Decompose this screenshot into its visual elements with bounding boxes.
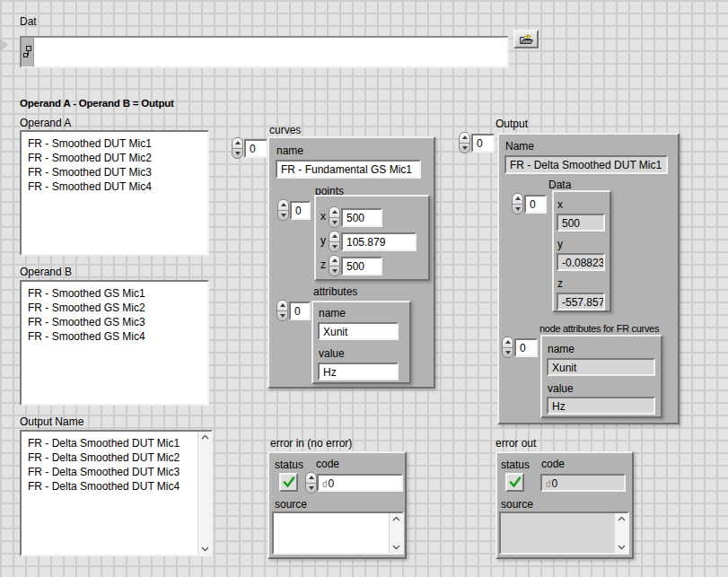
list-item[interactable]: FR - Delta Smoothed DUT Mic3: [28, 465, 209, 479]
data-index-spinner[interactable]: [512, 193, 523, 214]
error-in-code-spinner[interactable]: [305, 472, 317, 494]
output-name-label: Output Name: [20, 415, 83, 428]
curves-label: curves: [269, 124, 301, 136]
data-label: Data: [548, 179, 571, 191]
spinner-up-icon[interactable]: [329, 207, 339, 218]
point-z-label: z: [320, 258, 326, 271]
point-z-field[interactable]: 500: [341, 257, 382, 275]
output-index-spinner[interactable]: [459, 132, 470, 153]
spinner-down-icon[interactable]: [306, 484, 316, 494]
node-attributes-index-field[interactable]: 0: [514, 338, 538, 357]
radix-indicator: d: [546, 479, 551, 489]
attributes-index-spinner[interactable]: [276, 300, 288, 321]
error-in-code-field[interactable]: d0: [317, 474, 403, 492]
spinner-down-icon[interactable]: [232, 149, 242, 159]
spinner-up-icon[interactable]: [513, 194, 522, 205]
data-z-indicator: -557.857: [557, 293, 605, 310]
scroll-up-icon: [201, 434, 209, 440]
attributes-index-field[interactable]: 0: [289, 302, 311, 320]
list-item[interactable]: FR - Delta Smoothed DUT Mic1: [28, 436, 209, 450]
error-in-status-label: status: [275, 459, 303, 471]
list-item[interactable]: FR - Smoothed GS Mic4: [28, 329, 206, 344]
spinner-up-icon[interactable]: [277, 301, 287, 311]
list-item[interactable]: FR - Smoothed DUT Mic2: [28, 151, 206, 165]
list-item[interactable]: FR - Smoothed GS Mic3: [28, 315, 206, 329]
output-name-indicator: FR - Delta Smoothed DUT Mic1: [504, 155, 668, 174]
spinner-up-icon[interactable]: [329, 232, 339, 242]
data-x-label: x: [557, 198, 563, 211]
node-attribute-value-indicator: Hz: [547, 397, 655, 415]
attribute-name-field[interactable]: Xunit: [318, 322, 399, 340]
list-item[interactable]: FR - Smoothed DUT Mic4: [28, 179, 206, 194]
node-attributes-index-spinner[interactable]: [502, 337, 513, 358]
curve-name-label: name: [276, 144, 303, 157]
vertical-scrollbar[interactable]: [614, 513, 627, 553]
scroll-up-icon: [392, 516, 400, 521]
node-attribute-name-label: name: [548, 343, 575, 355]
spinner-up-icon[interactable]: [329, 256, 339, 267]
list-item[interactable]: FR - Smoothed DUT Mic3: [28, 165, 206, 179]
data-z-label: z: [557, 277, 563, 290]
list-item[interactable]: FR - Delta Smoothed DUT Mic2: [28, 450, 209, 465]
spinner-down-icon[interactable]: [513, 205, 522, 214]
spinner-up-icon[interactable]: [278, 200, 288, 211]
list-item[interactable]: FR - Delta Smoothed DUT Mic4: [28, 479, 209, 494]
point-y-field[interactable]: 105.879: [341, 232, 417, 251]
spinner-up-icon[interactable]: [306, 473, 316, 484]
output-name-listbox[interactable]: FR - Delta Smoothed DUT Mic1 FR - Delta …: [20, 430, 213, 556]
curve-name-field[interactable]: FR - Fundamental GS Mic1: [276, 160, 421, 179]
section-heading: Operand A - Operand B = Output: [20, 97, 174, 109]
points-index-spinner[interactable]: [277, 199, 289, 221]
scroll-down-icon: [392, 545, 400, 550]
error-out-label: error out: [496, 437, 536, 450]
point-y-spinner[interactable]: [329, 231, 340, 252]
data-index-field[interactable]: 0: [524, 195, 547, 214]
error-in-label: error in (no error): [270, 437, 352, 450]
scroll-down-icon: [618, 545, 626, 550]
attribute-value-label: value: [319, 347, 345, 360]
check-icon: [509, 476, 522, 488]
spinner-down-icon[interactable]: [277, 311, 287, 321]
curves-index-spinner[interactable]: [232, 137, 243, 159]
point-x-label: x: [320, 210, 326, 223]
spinner-down-icon[interactable]: [278, 211, 288, 221]
list-item[interactable]: FR - Smoothed GS Mic1: [28, 286, 206, 301]
attributes-label: attributes: [313, 285, 357, 298]
point-z-spinner[interactable]: [329, 255, 340, 276]
spinner-down-icon[interactable]: [329, 267, 339, 276]
operand-a-listbox[interactable]: FR - Smoothed DUT Mic1 FR - Smoothed DUT…: [20, 130, 209, 256]
dat-path-control[interactable]: [20, 36, 509, 68]
output-label: Output: [496, 118, 528, 130]
list-item[interactable]: FR - Smoothed GS Mic2: [28, 301, 206, 315]
spinner-down-icon[interactable]: [503, 348, 513, 358]
spinner-up-icon[interactable]: [460, 133, 469, 144]
browse-button[interactable]: [513, 30, 539, 48]
spinner-down-icon[interactable]: [460, 144, 469, 153]
point-x-spinner[interactable]: [329, 206, 340, 228]
spinner-up-icon[interactable]: [232, 138, 242, 149]
spinner-down-icon[interactable]: [329, 218, 339, 228]
labview-front-panel: Dat Operand A - Operand B = Output Opera…: [0, 0, 728, 577]
data-y-indicator: -0.08823: [557, 253, 605, 271]
point-y-label: y: [320, 234, 326, 247]
panel-edge-arrow-icon: [0, 39, 8, 50]
output-index-field[interactable]: 0: [471, 134, 495, 153]
attribute-name-label: name: [319, 307, 346, 319]
error-in-source-field[interactable]: [272, 511, 404, 555]
attribute-value-field[interactable]: Hz: [318, 363, 399, 380]
point-x-field[interactable]: 500: [341, 208, 382, 227]
error-in-code-label: code: [316, 458, 339, 470]
vertical-scrollbar[interactable]: [389, 513, 402, 553]
error-in-status-checkbox[interactable]: [279, 473, 298, 492]
radix-indicator: d: [322, 479, 328, 489]
spinner-down-icon[interactable]: [329, 242, 339, 252]
vertical-scrollbar[interactable]: [197, 432, 211, 555]
path-input[interactable]: [36, 38, 507, 66]
spinner-up-icon[interactable]: [503, 337, 513, 348]
data-x-indicator: 500: [557, 214, 605, 232]
curves-index-field[interactable]: 0: [244, 139, 268, 158]
list-item[interactable]: FR - Smoothed DUT Mic1: [28, 136, 206, 151]
operand-b-listbox[interactable]: FR - Smoothed GS Mic1 FR - Smoothed GS M…: [20, 280, 209, 406]
dat-label: Dat: [20, 15, 37, 28]
points-index-field[interactable]: 0: [290, 201, 311, 220]
